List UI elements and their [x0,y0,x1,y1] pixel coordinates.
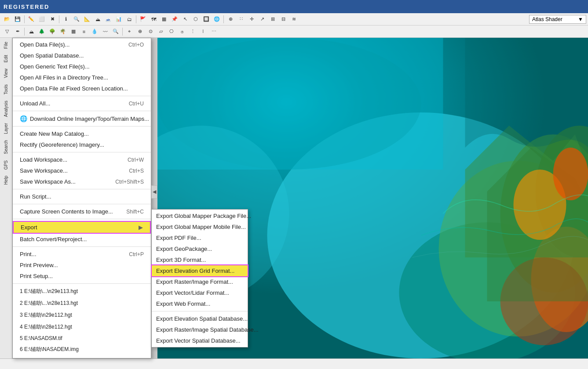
menu-recent1[interactable]: 1 E:\辅助\...\n29e113.hgt [13,286,151,297]
tb2-special[interactable]: ⍟ [177,27,187,36]
menu-create-map[interactable]: Create New Map Catalog... [13,128,151,139]
tb2-grid2[interactable]: ▦ [69,27,78,36]
exp-raster[interactable]: Export Raster/Image Format... [152,276,248,287]
tb-terrain[interactable]: 🗻 [103,14,113,24]
tb-filter[interactable]: 🔲 [201,14,211,24]
tb2-dotgrid[interactable]: ⁞ [198,27,208,36]
sidebar-tab-search[interactable]: Search [2,137,10,157]
tb-select[interactable]: ⬜ [37,14,47,24]
exp-gm-mobile[interactable]: Export Global Mapper Mobile File... [152,221,248,232]
sidebar-tab-help[interactable]: Help [2,173,10,188]
menu-download[interactable]: 🌐 Download Online Imagery/Topo/Terrain M… [13,113,151,124]
tb-open[interactable]: 📂 [2,14,12,24]
tb-nav-arrows[interactable]: ⊕ [226,14,235,24]
menu-save-workspace-as-shortcut: Ctrl+Shift+S [115,179,144,185]
menu-run-script[interactable]: Run Script... [13,191,151,202]
tb2-digitize3[interactable]: ⊙ [146,27,155,36]
menu-recent4-label: 4 E:\辅助\n28e112.hgt [20,323,72,331]
menu-load-workspace[interactable]: Load Workspace... Ctrl+W [13,154,151,165]
exp-raster-spatial[interactable]: Export Raster/Image Spatial Database... [152,324,248,335]
menu-open-data[interactable]: Open Data File(s)... Ctrl+O [13,39,151,50]
exp-elev-spatial[interactable]: Export Elevation Spatial Database... [152,313,248,324]
tb-grid[interactable]: ▦ [159,14,169,24]
menu-recent5[interactable]: 5 E:\NASADSM.tif [13,333,151,344]
menu-open-all-label: Open All Files in a Directory Tree... [20,74,108,81]
menu-print-preview[interactable]: Print Preview... [13,260,151,271]
sidebar-tab-view[interactable]: View [2,65,10,81]
tb-globe[interactable]: 🌐 [212,14,222,24]
menu-rectify[interactable]: Rectify (Georeference) Imagery... [13,139,151,150]
menu-print[interactable]: Print... Ctrl+P [13,249,151,260]
tb-layers[interactable]: 🗂 [124,14,134,24]
tb-pin[interactable]: 📌 [170,14,179,24]
tb2-mountain2[interactable]: ⛰ [26,27,36,36]
menu-recent3[interactable]: 3 E:\辅助\n29e112.hgt [13,309,151,321]
menu-recent6[interactable]: 6 E:\辅助\NASADEM.img [13,344,151,355]
tb2-pen[interactable]: ✒ [13,27,22,36]
tb-zoom[interactable]: 🔍 [72,14,81,24]
atlas-shader-selector[interactable]: Atlas Shader ▼ [529,15,586,24]
menu-recent7[interactable]: 7 E:\n29e112.hgt [13,355,151,358]
tb-gps[interactable]: ⊟ [278,14,288,24]
tb-info[interactable]: ℹ [61,14,71,24]
tb-measure[interactable]: 📐 [82,14,92,24]
exp-geopackage[interactable]: Export GeoPackage... [152,243,248,254]
sidebar-tab-tools[interactable]: Tools [2,81,10,98]
menu-open-spatial[interactable]: Open Spatial Database... [13,50,151,61]
menu-open-fixed[interactable]: Open Data File at Fixed Screen Location.… [13,83,151,94]
sidebar-tab-edit[interactable]: Edit [2,52,10,65]
tb-waypoint[interactable]: ⊞ [268,14,278,24]
menu-capture-screen[interactable]: Capture Screen Contents to Image... Shif… [13,206,151,217]
tb2-special3[interactable]: ⋯ [209,27,219,36]
exp-3d[interactable]: Export 3D Format... [152,254,248,265]
tb-pencil[interactable]: ✏️ [26,14,36,24]
tb2-tree2[interactable]: 🌳 [47,27,57,36]
tb-signal[interactable]: ≋ [289,14,299,24]
tb2-digitize2[interactable]: ⊕ [135,27,145,36]
tb-points[interactable]: ∷ [236,14,246,24]
menu-export[interactable]: Export ▶ [13,221,151,234]
tb2-column[interactable]: ≡ [79,27,89,36]
tb2-special2[interactable]: ⋮ [188,27,197,36]
menu-recent4[interactable]: 4 E:\辅助\n28e112.hgt [13,321,151,333]
tb-mountain[interactable]: ⛰ [93,14,102,24]
menu-save-workspace-as[interactable]: Save Workspace As... Ctrl+Shift+S [13,176,151,187]
menu-unload[interactable]: Unload All... Ctrl+U [13,98,151,109]
sidebar-tab-analysis[interactable]: Analysis [2,98,10,120]
sidebar-tab-file[interactable]: File [2,39,10,52]
exp-gm-package[interactable]: Export Global Mapper Package File... [152,210,248,221]
tb2-pipe1[interactable]: ⏥ [156,27,166,36]
tb2-digitize1[interactable]: ⌖ [124,27,134,36]
tb-chart[interactable]: 📊 [114,14,124,24]
tb-move[interactable]: ✛ [247,14,256,24]
sidebar-tab-layer[interactable]: Layer [2,120,10,137]
menu-run-script-label: Run Script... [20,193,51,200]
menu-recent2[interactable]: 2 E:\辅助\...\n28e113.hgt [13,297,151,309]
tb2-tree3[interactable]: 🌴 [58,27,68,36]
tb-save[interactable]: 💾 [13,14,22,24]
tb2-stream[interactable]: 〰 [100,27,110,36]
menu-open-generic[interactable]: Open Generic Text File(s)... [13,61,151,72]
tb2-filter[interactable]: ▽ [2,27,12,36]
tb-flag[interactable]: 🚩 [138,14,148,24]
sidebar-tab-gps[interactable]: GPS [2,157,10,173]
menu-print-setup[interactable]: Print Setup... [13,271,151,282]
tb-delete[interactable]: ✖ [47,14,57,24]
collapse-handle[interactable]: ◀ [151,185,157,199]
menu-open-all[interactable]: Open All Files in a Directory Tree... [13,72,151,83]
exp-elevation-grid[interactable]: Export Elevation Grid Format... [152,265,248,276]
tb-box[interactable]: ⬡ [191,14,201,24]
tb-cursor[interactable]: ↖ [180,14,190,24]
exp-web[interactable]: Export Web Format... [152,298,248,309]
tb2-drop[interactable]: 💧 [90,27,99,36]
menu-batch-convert[interactable]: Batch Convert/Reproject... [13,234,151,245]
exp-vector-spatial[interactable]: Export Vector Spatial Database... [152,335,248,346]
exp-pdf[interactable]: Export PDF File... [152,232,248,243]
tb-route[interactable]: ↗ [257,14,267,24]
tb2-pipe2[interactable]: ⎔ [167,27,176,36]
exp-vector[interactable]: Export Vector/Lidar Format... [152,287,248,298]
menu-save-workspace[interactable]: Save Workspace... Ctrl+S [13,165,151,176]
tb2-tree[interactable]: 🌲 [37,27,47,36]
tb2-search[interactable]: 🔍 [111,27,121,36]
tb-map[interactable]: 🗺 [149,14,158,24]
